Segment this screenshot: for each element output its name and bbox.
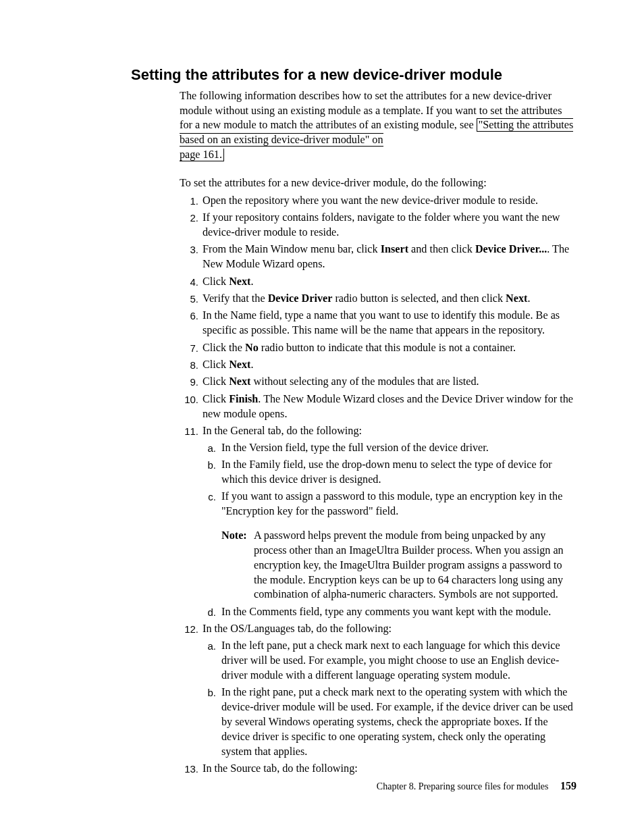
substep-item: c. If you want to assign a password to t… — [203, 490, 576, 602]
page-footer: Chapter 8. Preparing source files for mo… — [377, 779, 576, 793]
step-text: Click the — [203, 342, 245, 354]
step-item: 8. Click Next. — [180, 358, 576, 373]
substep-item: a. In the left pane, put a check mark ne… — [203, 639, 576, 683]
step-text: Click — [203, 375, 229, 388]
substep-text: In the left pane, put a check mark next … — [221, 640, 560, 681]
step-text: In the OS/Languages tab, do the followin… — [203, 623, 392, 635]
step-item: 9. Click Next without selecting any of t… — [180, 375, 576, 390]
ui-term: Finish — [229, 393, 258, 405]
step-item: 2. If your repository contains folders, … — [180, 211, 576, 240]
step-number: 8. — [180, 359, 198, 372]
step-item: 1. Open the repository where you want th… — [180, 194, 576, 209]
step-item: 6. In the Name field, type a name that y… — [180, 309, 576, 338]
step-number: 5. — [180, 292, 198, 306]
step-text: and then click — [408, 243, 475, 255]
step-text: If your repository contains folders, nav… — [203, 211, 560, 238]
step-text: radio button to indicate that this modul… — [259, 342, 516, 354]
step-text: From the Main Window menu bar, click — [203, 243, 381, 255]
substep-text: In the right pane, put a check mark next… — [221, 686, 573, 757]
substep-letter: a. — [203, 442, 216, 455]
step-item: 11. In the General tab, do the following… — [180, 424, 576, 620]
substep-letter: d. — [203, 606, 216, 619]
step-item: 10. Click Finish. The New Module Wizard … — [180, 392, 576, 422]
xref-link-line2[interactable]: page 161. — [180, 149, 224, 161]
substep-text: In the Comments field, type any comments… — [221, 606, 551, 618]
procedure-list: 1. Open the repository where you want th… — [180, 194, 576, 777]
note-text: A password helps prevent the module from… — [254, 529, 564, 600]
ui-term: Next — [229, 375, 250, 388]
step-text: . The New Module Wizard closes and the D… — [203, 393, 573, 420]
step-number: 7. — [180, 342, 198, 355]
step-text: . — [250, 359, 253, 371]
step-text: In the Source tab, do the following: — [203, 762, 358, 775]
step-number: 4. — [180, 276, 198, 289]
ui-term: No — [245, 342, 259, 354]
substep-letter: a. — [203, 640, 216, 653]
step-text: In the Name field, type a name that you … — [203, 309, 560, 336]
step-item: 4. Click Next. — [180, 275, 576, 290]
sub-procedure-list: a. In the left pane, put a check mark ne… — [203, 639, 576, 759]
step-text: radio button is selected, and then click — [332, 292, 506, 305]
step-number: 10. — [180, 393, 198, 407]
step-item: 3. From the Main Window menu bar, click … — [180, 242, 576, 272]
step-text: Click — [203, 393, 229, 405]
substep-item: b. In the Family field, use the drop-dow… — [203, 458, 576, 488]
step-text: Verify that the — [203, 292, 268, 305]
substep-letter: c. — [203, 490, 216, 504]
step-item: 5. Verify that the Device Driver radio b… — [180, 292, 576, 307]
step-text: . — [250, 276, 253, 288]
step-number: 1. — [180, 194, 198, 208]
section-heading: Setting the attributes for a new device-… — [131, 65, 576, 85]
substep-text: In the Version field, type the full vers… — [221, 442, 489, 454]
substep-letter: b. — [203, 686, 216, 700]
step-text: Click — [203, 276, 229, 288]
step-item: 12. In the OS/Languages tab, do the foll… — [180, 622, 576, 759]
ui-term: Next — [229, 359, 250, 371]
sub-procedure-list: a. In the Version field, type the full v… — [203, 441, 576, 620]
step-text: Open the repository where you want the n… — [203, 194, 538, 207]
step-text: Click — [203, 359, 229, 371]
step-number: 12. — [180, 623, 198, 636]
step-number: 11. — [180, 425, 198, 438]
step-number: 9. — [180, 375, 198, 389]
note-label: Note: — [221, 529, 247, 544]
step-text: without selecting any of the modules tha… — [250, 375, 479, 388]
step-number: 2. — [180, 211, 198, 225]
ui-term: Next — [229, 276, 250, 288]
ui-term: Next — [506, 292, 527, 305]
lead-sentence: To set the attributes for a new device-d… — [180, 176, 576, 191]
footer-chapter: Chapter 8. Preparing source files for mo… — [377, 781, 549, 791]
substep-text: In the Family field, use the drop-down m… — [221, 459, 552, 486]
substep-text: If you want to assign a password to this… — [221, 490, 562, 517]
substep-item: d. In the Comments field, type any comme… — [203, 605, 576, 620]
substep-letter: b. — [203, 459, 216, 472]
ui-term: Device Driver — [268, 292, 333, 305]
substep-item: a. In the Version field, type the full v… — [203, 441, 576, 456]
step-item: 7. Click the No radio button to indicate… — [180, 341, 576, 356]
ui-term: Device Driver... — [475, 243, 547, 255]
step-number: 3. — [180, 243, 198, 257]
note-block: Note: A password helps prevent the modul… — [221, 529, 576, 602]
step-number: 13. — [180, 762, 198, 776]
intro-paragraph: The following information describes how … — [180, 89, 576, 163]
step-text: . — [527, 292, 530, 305]
step-number: 6. — [180, 309, 198, 323]
ui-term: Insert — [381, 243, 408, 255]
page-number: 159 — [560, 780, 576, 791]
substep-item: b. In the right pane, put a check mark n… — [203, 685, 576, 759]
step-item: 13. In the Source tab, do the following: — [180, 762, 576, 777]
step-text: In the General tab, do the following: — [203, 425, 362, 437]
